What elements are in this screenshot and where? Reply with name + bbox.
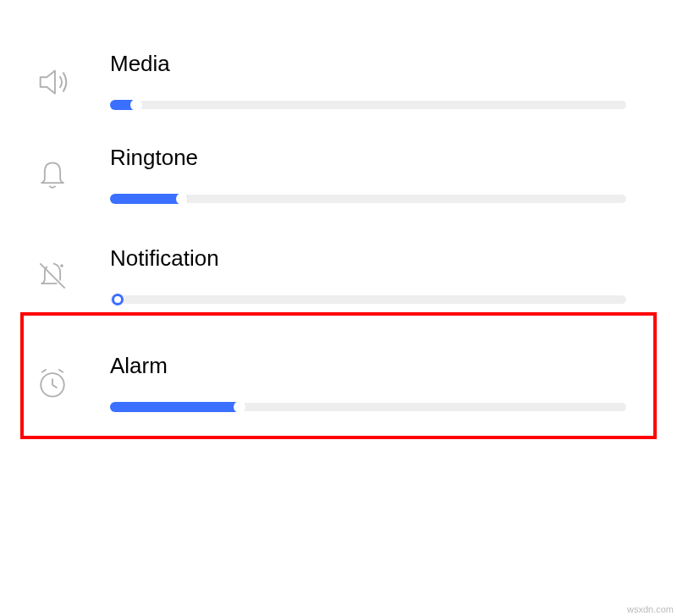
- slider-thumb[interactable]: [176, 193, 188, 205]
- slider-track: [110, 295, 626, 304]
- ringtone-label: Ringtone: [110, 145, 626, 171]
- notification-label: Notification: [110, 245, 626, 272]
- volume-row-alarm: Alarm: [0, 336, 677, 430]
- watermark: wsxdn.com: [627, 604, 674, 614]
- volume-row-ringtone: Ringtone: [0, 128, 677, 222]
- icon-container: [34, 353, 110, 402]
- icon-container: [34, 245, 110, 294]
- icon-container: [34, 145, 110, 194]
- clock-icon: [34, 365, 71, 402]
- content-media: Media: [110, 51, 643, 111]
- slider-thumb[interactable]: [234, 401, 245, 413]
- volume-row-media: Media: [0, 34, 677, 128]
- slider-fill: [110, 402, 245, 412]
- slider-track: [110, 101, 626, 109]
- slider-thumb[interactable]: [130, 99, 142, 111]
- content-notification: Notification: [110, 245, 643, 305]
- content-alarm: Alarm: [110, 353, 643, 413]
- icon-container: [34, 51, 110, 102]
- bell-muted-icon: [34, 257, 71, 294]
- slider-thumb[interactable]: [112, 294, 124, 305]
- alarm-slider[interactable]: [110, 401, 626, 413]
- volume-row-notification: Notification: [0, 222, 677, 336]
- svg-point-0: [60, 264, 63, 267]
- bell-icon: [34, 157, 71, 194]
- content-ringtone: Ringtone: [110, 145, 643, 205]
- media-slider[interactable]: [110, 99, 626, 111]
- media-label: Media: [110, 51, 626, 77]
- notification-slider[interactable]: [110, 294, 626, 305]
- alarm-label: Alarm: [110, 353, 626, 379]
- ringtone-slider[interactable]: [110, 193, 626, 205]
- speaker-icon: [34, 63, 73, 102]
